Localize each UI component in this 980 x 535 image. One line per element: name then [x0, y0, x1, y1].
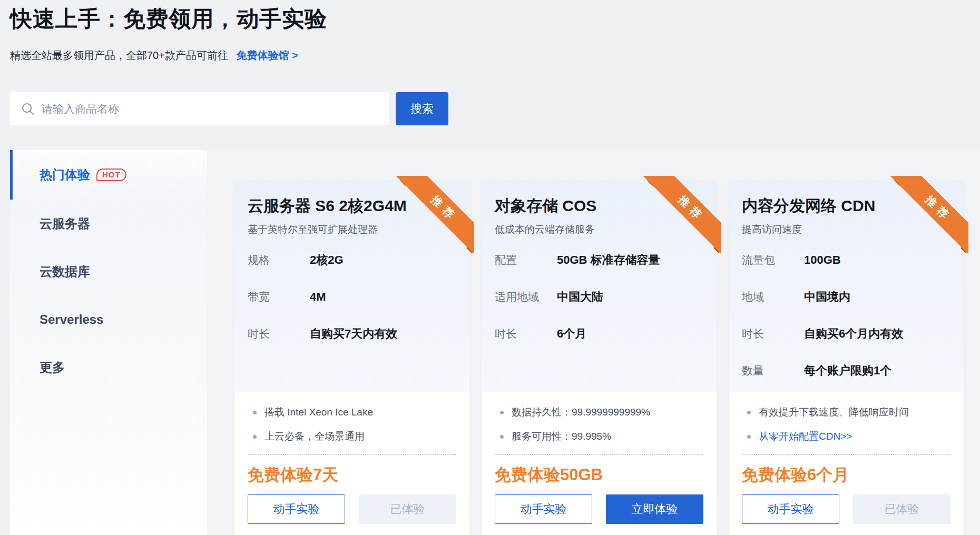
- spec-row: 流量包 100GB: [742, 252, 950, 268]
- spec-value: 中国境内: [804, 289, 850, 305]
- search-box: [10, 92, 389, 125]
- bullet-dot-icon: [500, 435, 504, 439]
- sidebar-item-more[interactable]: 更多: [10, 343, 207, 391]
- card-body: 数据持久性：99.9999999999% 服务可用性：99.995% 免费体验5…: [482, 392, 717, 524]
- feature-bullet: 服务可用性：99.995%: [495, 430, 703, 443]
- sidebar-item-label: 热门体验: [40, 166, 90, 183]
- card-subtitle: 低成本的云端存储服务: [495, 222, 703, 236]
- spec-label: 流量包: [742, 252, 804, 268]
- spec-value: 自购买7天内有效: [310, 326, 397, 342]
- card-header: 内容分发网络 CDN 提高访问速度 流量包 100GB 地域 中国境内 时长 自…: [729, 181, 964, 392]
- free-offer-text: 免费体验6个月: [742, 464, 950, 486]
- card-buttons: 动手实验 已体验: [742, 494, 950, 524]
- page: 快速上手：免费领用，动手实验 精选全站最多领用产品，全部70+款产品可前往 免费…: [0, 0, 980, 535]
- spec-row: 时长 自购买7天内有效: [248, 326, 456, 342]
- spec-row: 数量 每个账户限购1个: [742, 363, 950, 379]
- spec-row: 适用地域 中国大陆: [495, 289, 703, 305]
- hands-on-lab-button[interactable]: 动手实验: [248, 494, 345, 524]
- bullet-dot-icon: [253, 435, 257, 439]
- spec-label: 地域: [742, 289, 804, 305]
- spec-value: 自购买6个月内有效: [804, 326, 903, 342]
- sidebar-item-label: 云服务器: [40, 215, 90, 232]
- hands-on-lab-button[interactable]: 动手实验: [495, 494, 592, 524]
- bullet-dot-icon: [747, 435, 751, 439]
- spec-value: 每个账户限购1个: [804, 363, 891, 379]
- experience-now-button[interactable]: 立即体验: [606, 494, 703, 524]
- bullet-dot-icon: [747, 411, 751, 414]
- hot-badge: HOT: [96, 169, 126, 181]
- free-trial-hall-link[interactable]: 免费体验馆 >: [237, 49, 298, 61]
- product-card-cvm: 云服务器 S6 2核2G4M 基于英特尔至强可扩展处理器 规格 2核2G 带宽 …: [234, 181, 469, 535]
- card-subtitle: 基于英特尔至强可扩展处理器: [248, 222, 456, 236]
- sidebar-item-hot-experience[interactable]: 热门体验 HOT: [10, 150, 207, 200]
- cdn-config-link[interactable]: 从零开始配置CDN>>: [759, 430, 852, 443]
- dotted-divider: [495, 454, 703, 455]
- product-cards: 云服务器 S6 2核2G4M 基于英特尔至强可扩展处理器 规格 2核2G 带宽 …: [234, 181, 964, 535]
- spec-label: 适用地域: [495, 289, 557, 305]
- spec-label: 时长: [248, 326, 310, 342]
- subtitle-text: 精选全站最多领用产品，全部70+款产品可前往: [10, 49, 228, 61]
- page-title: 快速上手：免费领用，动手实验: [10, 4, 327, 34]
- spec-value: 50GB 标准存储容量: [557, 252, 660, 268]
- spec-value: 100GB: [804, 252, 841, 268]
- search-icon: [21, 102, 35, 116]
- sidebar: 热门体验 HOT 云服务器 云数据库 Serverless 更多: [10, 150, 207, 535]
- spec-value: 中国大陆: [557, 289, 603, 305]
- feature-bullet: 上云必备，全场景通用: [248, 430, 456, 443]
- spec-list: 配置 50GB 标准存储容量 适用地域 中国大陆 时长 6个月: [495, 252, 703, 342]
- sidebar-item-label: Serverless: [40, 312, 103, 327]
- free-offer-text: 免费体验7天: [248, 464, 456, 486]
- spec-label: 配置: [495, 252, 557, 268]
- spec-value: 6个月: [557, 326, 586, 342]
- spec-label: 时长: [495, 326, 557, 342]
- feature-bullet: 搭载 Intel Xeon Ice Lake: [248, 405, 456, 419]
- card-title: 对象存储 COS: [495, 195, 703, 217]
- sidebar-item-label: 更多: [40, 359, 65, 376]
- search-button[interactable]: 搜索: [396, 92, 448, 125]
- page-subtitle: 精选全站最多领用产品，全部70+款产品可前往 免费体验馆 >: [10, 47, 298, 63]
- already-experienced-button[interactable]: 已体验: [359, 494, 456, 524]
- spec-row: 配置 50GB 标准存储容量: [495, 252, 703, 268]
- spec-row: 带宽 4M: [248, 289, 456, 305]
- feature-bullet: 数据持久性：99.9999999999%: [495, 405, 703, 419]
- card-title: 云服务器 S6 2核2G4M: [248, 195, 456, 217]
- bullet-dot-icon: [500, 411, 504, 414]
- product-card-cdn: 内容分发网络 CDN 提高访问速度 流量包 100GB 地域 中国境内 时长 自…: [729, 181, 964, 535]
- card-body: 有效提升下载速度、降低响应时间 从零开始配置CDN>> 免费体验6个月 动手实验…: [729, 392, 964, 524]
- spec-value: 4M: [310, 289, 326, 305]
- product-card-cos: 对象存储 COS 低成本的云端存储服务 配置 50GB 标准存储容量 适用地域 …: [482, 181, 717, 535]
- card-title: 内容分发网络 CDN: [742, 195, 950, 217]
- spec-row: 地域 中国境内: [742, 289, 950, 305]
- spec-label: 带宽: [248, 289, 310, 305]
- card-body: 搭载 Intel Xeon Ice Lake 上云必备，全场景通用 免费体验7天…: [234, 392, 469, 524]
- sidebar-item-cloud-server[interactable]: 云服务器: [10, 200, 207, 247]
- spec-label: 数量: [742, 363, 804, 379]
- already-experienced-button[interactable]: 已体验: [853, 494, 950, 524]
- sidebar-item-cloud-database[interactable]: 云数据库: [10, 247, 207, 295]
- spec-row: 时长 自购买6个月内有效: [742, 326, 950, 342]
- free-offer-text: 免费体验50GB: [495, 464, 703, 486]
- spec-row: 规格 2核2G: [248, 252, 456, 268]
- spec-list: 规格 2核2G 带宽 4M 时长 自购买7天内有效: [248, 252, 456, 342]
- spec-label: 规格: [248, 252, 310, 268]
- spec-list: 流量包 100GB 地域 中国境内 时长 自购买6个月内有效 数量 每个账户限购…: [742, 252, 950, 379]
- card-buttons: 动手实验 立即体验: [495, 494, 703, 524]
- card-header: 云服务器 S6 2核2G4M 基于英特尔至强可扩展处理器 规格 2核2G 带宽 …: [234, 181, 469, 392]
- cdn-config-link-bullet: 从零开始配置CDN>>: [742, 430, 950, 443]
- card-buttons: 动手实验 已体验: [248, 494, 456, 524]
- spec-label: 时长: [742, 326, 804, 342]
- dotted-divider: [248, 454, 456, 455]
- search-row: 搜索: [10, 92, 448, 125]
- bullet-dot-icon: [253, 411, 257, 414]
- card-header: 对象存储 COS 低成本的云端存储服务 配置 50GB 标准存储容量 适用地域 …: [482, 181, 717, 392]
- dotted-divider: [742, 454, 950, 455]
- spec-row: 时长 6个月: [495, 326, 703, 342]
- hands-on-lab-button[interactable]: 动手实验: [742, 494, 839, 524]
- card-subtitle: 提高访问速度: [742, 222, 950, 236]
- spec-value: 2核2G: [310, 252, 344, 268]
- sidebar-item-label: 云数据库: [40, 263, 90, 280]
- search-input[interactable]: [10, 92, 389, 125]
- sidebar-item-serverless[interactable]: Serverless: [10, 295, 207, 343]
- feature-bullet: 有效提升下载速度、降低响应时间: [742, 405, 950, 419]
